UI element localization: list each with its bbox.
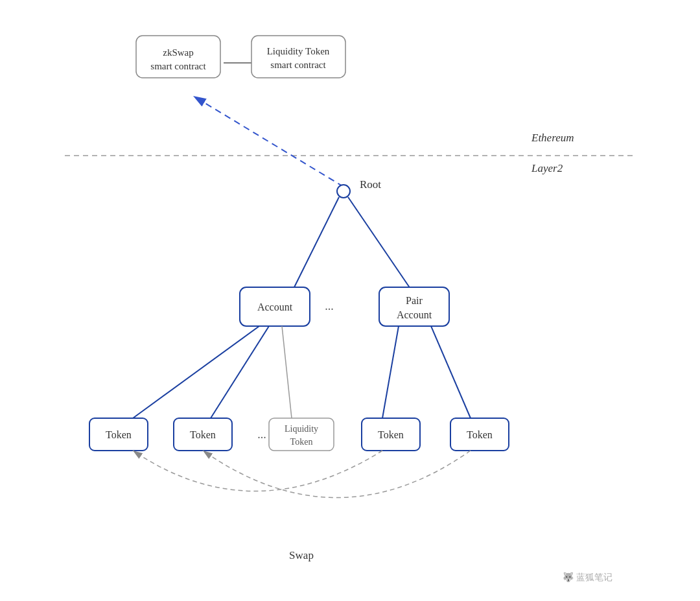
watermark: 🐺 蓝狐笔记: [563, 572, 612, 583]
liq-token-contract-label-1: Liquidity Token: [267, 46, 330, 56]
liq-token-contract-box: [251, 36, 345, 78]
root-node: [337, 185, 350, 198]
liq-token-contract-label-2: smart contract: [270, 60, 326, 70]
account-label: Account: [257, 301, 293, 312]
token2-label: Token: [190, 429, 216, 440]
root-to-zkswap-arrow: [193, 96, 344, 187]
token4-label: Token: [467, 429, 493, 440]
ethereum-label: Ethereum: [531, 132, 574, 144]
root-label: Root: [360, 178, 381, 191]
pair-account-label-1: Pair: [406, 295, 423, 306]
middle-dots: ...: [325, 300, 334, 312]
diagram-canvas: Ethereum Layer2 Root: [0, 0, 700, 601]
account-to-liqtoken-line: [282, 326, 292, 418]
swap-label: Swap: [289, 549, 314, 561]
swap-arc-1: [133, 451, 382, 491]
pair-to-token3-line: [382, 326, 399, 418]
liquidity-token-label-1: Liquidity: [285, 424, 318, 434]
liquidity-token-label-2: Token: [290, 437, 313, 447]
root-to-account-line: [294, 197, 339, 289]
token3-label: Token: [378, 429, 404, 440]
zkswap-label-1: zkSwap: [163, 47, 194, 58]
root-to-pair-line: [348, 197, 410, 289]
pair-to-token4-line: [431, 326, 471, 418]
pair-account-label-2: Account: [397, 309, 432, 320]
token1-label: Token: [106, 429, 132, 440]
pair-account-box: [379, 287, 449, 326]
architecture-diagram: Ethereum Layer2 Root: [0, 0, 700, 601]
zkswap-label-2: smart contract: [150, 61, 206, 71]
token-dots: ...: [257, 428, 266, 441]
layer2-label: Layer2: [531, 162, 563, 174]
swap-arc-2: [203, 451, 471, 498]
